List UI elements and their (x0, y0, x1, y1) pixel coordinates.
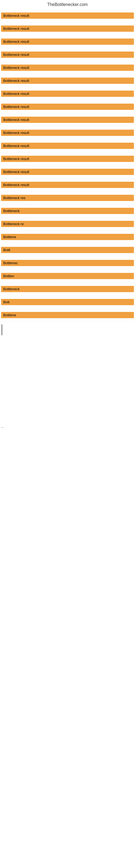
bottom-section (0, 434, 135, 597)
site-title: TheBottlenecker.com (0, 0, 135, 9)
bottleneck-badge-16[interactable]: Bottleneck (1, 208, 134, 214)
bottleneck-row-10: Bottleneck result (0, 126, 135, 140)
bottleneck-badge-11[interactable]: Bottleneck result (1, 143, 134, 149)
bottleneck-row-13: Bottleneck result (0, 165, 135, 179)
bottleneck-badge-2[interactable]: Bottleneck result (1, 26, 134, 32)
bottleneck-row-2: Bottleneck result (0, 22, 135, 35)
bottleneck-row-6: Bottleneck result (0, 74, 135, 87)
bottleneck-badge-22[interactable]: Bottleneck (1, 286, 134, 292)
bottleneck-row-14: Bottleneck result (0, 179, 135, 191)
bottleneck-row-12: Bottleneck result (0, 152, 135, 165)
bottleneck-badge-7[interactable]: Bottleneck result (1, 91, 134, 97)
bottleneck-row-16: Bottleneck (0, 205, 135, 218)
bottleneck-row-1: Bottleneck result (0, 9, 135, 22)
bottleneck-badge-9[interactable]: Bottleneck result (1, 117, 134, 123)
bottleneck-badge-8[interactable]: Bottleneck result (1, 104, 134, 110)
bottleneck-row-24: Bottlene (0, 309, 135, 322)
bottleneck-row-8: Bottleneck result (0, 100, 135, 113)
vertical-indicator (0, 322, 135, 338)
page-container: TheBottlenecker.com Bottleneck result Bo… (0, 0, 135, 597)
bottleneck-badge-20[interactable]: Bottlenec (1, 260, 134, 266)
bottleneck-badge-23[interactable]: Bott (1, 299, 134, 305)
bottleneck-badge-12[interactable]: Bottleneck result (1, 156, 134, 162)
bottleneck-row-21: Bottlen (0, 270, 135, 283)
bottleneck-row-15: Bottleneck res (0, 191, 135, 205)
bottleneck-row-17: Bottleneck re (0, 218, 135, 230)
bottleneck-badge-6[interactable]: Bottleneck result (1, 78, 134, 84)
bottleneck-badge-13[interactable]: Bottleneck result (1, 169, 134, 175)
bottleneck-row-19: Bottl (0, 244, 135, 257)
bottleneck-row-18: Bottlene (0, 230, 135, 244)
bottleneck-badge-18[interactable]: Bottlene (1, 234, 134, 240)
bottleneck-badge-5[interactable]: Bottleneck result (1, 65, 134, 71)
bottleneck-row-5: Bottleneck result (0, 61, 135, 74)
ellipsis-text: ... (1, 425, 4, 429)
ellipsis-indicator: ... (0, 420, 135, 434)
bottleneck-badge-19[interactable]: Bottl (1, 247, 134, 253)
bottleneck-badge-14[interactable]: Bottleneck result (1, 182, 134, 188)
bottleneck-row-9: Bottleneck result (0, 113, 135, 126)
bottleneck-row-22: Bottleneck (0, 283, 135, 296)
bottleneck-row-3: Bottleneck result (0, 35, 135, 48)
bottleneck-row-23: Bott (0, 296, 135, 309)
empty-space-1 (0, 338, 135, 420)
bottleneck-badge-4[interactable]: Bottleneck result (1, 52, 134, 58)
bottleneck-badge-10[interactable]: Bottleneck result (1, 130, 134, 136)
bottleneck-row-4: Bottleneck result (0, 48, 135, 61)
bottleneck-badge-17[interactable]: Bottleneck re (1, 221, 134, 227)
bottleneck-row-11: Bottleneck result (0, 140, 135, 152)
bottleneck-row-7: Bottleneck result (0, 87, 135, 100)
bottleneck-badge-1[interactable]: Bottleneck result (1, 12, 134, 19)
bottleneck-badge-15[interactable]: Bottleneck res (1, 195, 134, 201)
bottleneck-badge-24[interactable]: Bottlene (1, 312, 134, 318)
bottleneck-row-20: Bottlenec (0, 257, 135, 270)
bottleneck-badge-21[interactable]: Bottlen (1, 273, 134, 279)
bottleneck-badge-3[interactable]: Bottleneck result (1, 38, 134, 45)
